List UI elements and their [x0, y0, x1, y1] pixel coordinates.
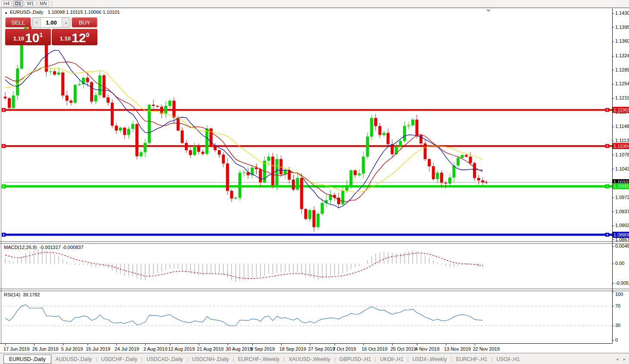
chart-tab-eurusd-daily[interactable]: EURUSD-,Daily: [3, 355, 51, 364]
window-frame-top: [0, 8, 629, 8]
horizontal-line-1.11004[interactable]: [3, 145, 612, 147]
date-axis-label: 2 Aug 2019: [144, 346, 168, 352]
axis-tick-label: 1.09720: [615, 195, 629, 200]
chart-tab-gbpusd-h1[interactable]: GBPUSD-,H1: [339, 355, 371, 363]
candle-body: [201, 152, 204, 154]
rsi-line: [5, 305, 483, 326]
candle-body: [69, 101, 72, 103]
axis-tick: [612, 212, 614, 212]
collapse-icon[interactable]: ▲: [4, 11, 8, 15]
candle-body: [379, 126, 382, 135]
candle-body: [370, 118, 373, 137]
date-tick: [145, 344, 146, 345]
candle-body: [115, 126, 118, 131]
date-tick: [475, 344, 475, 345]
candle-body: [172, 101, 175, 118]
axis-tick-label: 1.12190: [615, 95, 629, 100]
chart-tab-usoil-h1[interactable]: USOil-,H1: [496, 355, 519, 363]
timeframe-button-w1[interactable]: W1: [25, 0, 36, 7]
candle-body: [354, 170, 357, 175]
lot-size-input[interactable]: [41, 18, 62, 27]
macd-values: -0.001317 -0.000837: [39, 245, 83, 250]
horizontal-line-1.08800[interactable]: [3, 233, 612, 236]
date-axis[interactable]: 17 Jun 201926 Jun 20195 Jul 201915 Jul 2…: [0, 343, 612, 353]
candle-body: [267, 157, 270, 161]
chart-tab-audusd-daily[interactable]: AUDUSD-,Daily: [56, 355, 92, 363]
candle-body: [177, 118, 180, 131]
candle-body: [288, 170, 291, 179]
candle-body: [74, 85, 77, 103]
sell-price-display[interactable]: 1.10 10 1: [5, 29, 51, 45]
candle-body: [440, 173, 443, 183]
timeframe-button-h4[interactable]: H4: [1, 0, 12, 7]
candle-body: [477, 178, 480, 180]
lot-size-control: ▾ ▴: [32, 17, 70, 28]
tab-scroll-right-icon[interactable]: ▸: [623, 357, 626, 361]
tab-scroll-left-icon[interactable]: ◂: [616, 357, 618, 361]
line-anchor-dot: [3, 145, 4, 146]
price-axis[interactable]: 1.143001.139501.136001.132401.128901.125…: [612, 0, 629, 353]
buy-price-display[interactable]: 1.10 12 0: [52, 29, 97, 45]
tab-separator: |: [491, 356, 492, 362]
candle-body: [362, 157, 365, 174]
date-tick: [446, 344, 446, 345]
axis-tick: [612, 326, 614, 326]
moving-average-14: [5, 62, 483, 202]
date-axis-label: 18 Sep 2019: [279, 346, 306, 352]
chart-shift-marker-icon[interactable]: [486, 9, 491, 12]
tab-separator: |: [96, 356, 97, 362]
date-axis-label: 22 Nov 2019: [473, 346, 500, 352]
candle-body: [428, 159, 431, 166]
chart-tab-eurchf-weekly[interactable]: EURCHF-,Weekly: [238, 355, 279, 363]
candle-body: [374, 118, 377, 126]
macd-pane[interactable]: [0, 244, 612, 288]
rsi-value: 39.1782: [23, 292, 40, 297]
tab-separator: |: [283, 356, 285, 362]
axis-tick-label: 30: [615, 323, 620, 328]
buy-button[interactable]: BUY: [72, 17, 97, 28]
lot-increase-button[interactable]: ▴: [62, 18, 70, 27]
candle-body: [144, 143, 147, 152]
line-anchor-dot: [607, 186, 608, 187]
candle-body: [222, 155, 225, 164]
horizontal-line-1.11901[interactable]: [3, 109, 612, 111]
tab-separator: |: [233, 356, 234, 362]
sell-button[interactable]: SELL: [5, 17, 31, 28]
candle-body: [135, 124, 138, 156]
line-anchor-dot: [3, 109, 4, 111]
chart-tab-usdcad-daily[interactable]: USDCAD-,Daily: [147, 355, 183, 363]
chart-tab-xauusd-weekly[interactable]: XAUUSD-,Weekly: [288, 355, 330, 363]
chart-tab-usdcnh-daily[interactable]: USDCNH-,Daily: [192, 355, 228, 363]
chart-tab-ukoil-h1[interactable]: UKOil-,H1: [380, 355, 404, 363]
date-axis-label: 25 Oct 2019: [391, 346, 416, 352]
axis-tick-label: -0.00520: [615, 280, 629, 286]
timeframe-button-mn[interactable]: MN: [38, 0, 49, 7]
candle-body: [86, 78, 89, 82]
axis-tick-label: 1.11130: [615, 138, 629, 143]
candle-body: [473, 163, 476, 178]
candle-body: [432, 166, 435, 179]
candle-body: [457, 158, 460, 165]
mt4-window: H4D1W1MN ▲EURUSD-,Daily1.10098 1.10115 1…: [0, 0, 629, 364]
candle-body: [271, 157, 274, 185]
line-anchor-dot: [607, 145, 608, 146]
horizontal-line-1.10003[interactable]: [3, 185, 612, 187]
chart-tab-usdx-weekly[interactable]: USDX-,Weekly: [413, 355, 447, 363]
chart-tab-usdchf-daily[interactable]: USDCHF-,Daily: [101, 355, 138, 363]
date-axis-label: 21 Aug 2019: [197, 346, 224, 352]
timeframe-button-d1[interactable]: D1: [13, 0, 23, 7]
candle-body: [350, 170, 353, 185]
axis-tick-label: 1.10780: [615, 152, 629, 157]
candle-body: [131, 124, 135, 129]
date-tick: [170, 344, 170, 345]
candle-body: [164, 106, 167, 114]
candle-body: [156, 106, 159, 107]
axis-tick-label: 1.09370: [615, 209, 629, 214]
axis-tick: [612, 340, 614, 341]
chart-tab-eurchf-h1[interactable]: EURCHF-,H1: [456, 355, 488, 363]
candle-body: [308, 210, 311, 219]
date-tick: [252, 344, 253, 345]
lot-decrease-button[interactable]: ▾: [33, 18, 41, 27]
candle-body: [127, 129, 130, 135]
rsi-pane[interactable]: [0, 291, 612, 342]
